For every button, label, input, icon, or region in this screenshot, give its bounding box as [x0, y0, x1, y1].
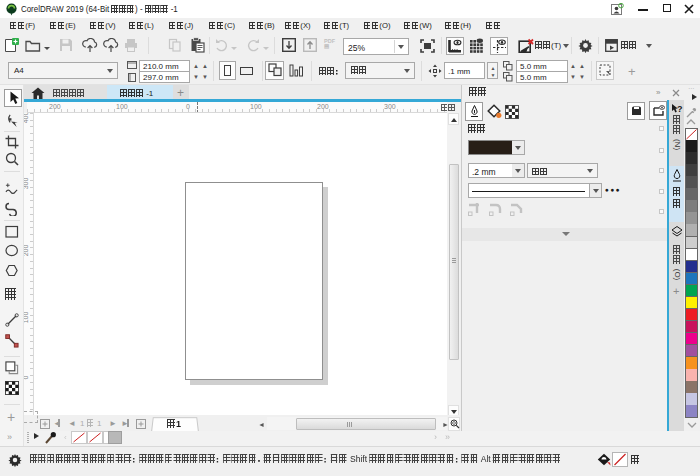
svg-text:?: ? [677, 104, 683, 114]
